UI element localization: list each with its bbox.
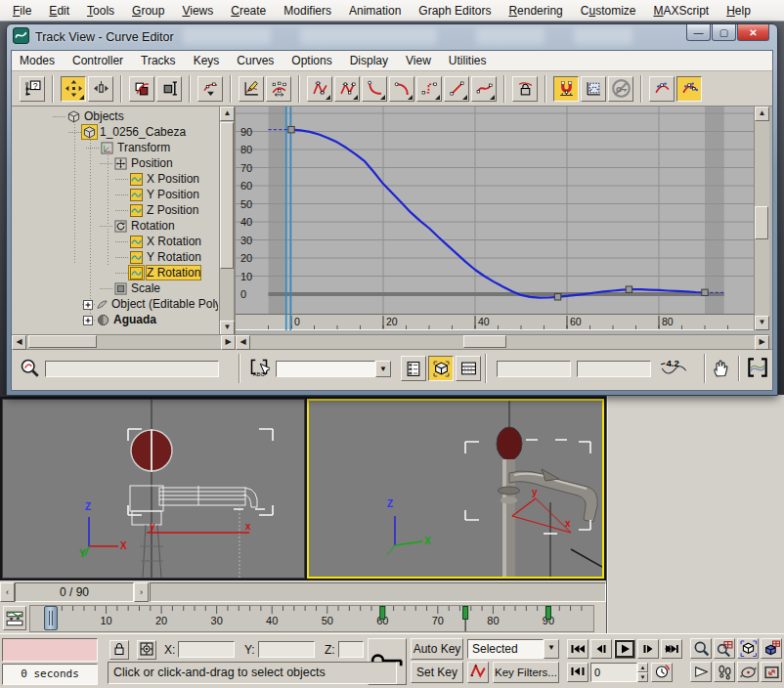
scroll-down-arrow[interactable]: ▼	[755, 316, 769, 330]
tree-item-y-rotation[interactable]: Y Rotation	[12, 249, 218, 265]
scroll-left-arrow[interactable]: ◀	[236, 335, 250, 350]
tv-menu-display[interactable]: Display	[350, 52, 398, 69]
tree-item-label[interactable]: Y Position	[147, 188, 199, 201]
graph-vertical-scrollbar[interactable]: ▲ ▼	[754, 107, 769, 330]
tree-item-position[interactable]: Position	[12, 155, 218, 171]
time-slider-track[interactable]	[150, 582, 606, 602]
tv-menu-curves[interactable]: Curves	[237, 52, 283, 69]
scroll-down-arrow[interactable]: ▼	[220, 321, 235, 335]
tree-item-scale[interactable]: Scale	[12, 280, 218, 296]
dropdown-arrow-icon[interactable]: ▼	[375, 361, 391, 377]
tree-item-label[interactable]: X Position	[147, 172, 199, 186]
set-tangents-smooth-button[interactable]	[471, 76, 497, 102]
tree-item-1-0256-cabeza[interactable]: 1_0256_Cabeza	[12, 124, 218, 140]
tree-item-y-position[interactable]: Y Position	[12, 187, 218, 202]
slide-keys-button[interactable]	[88, 76, 113, 102]
auto-key-button[interactable]: Auto Key	[411, 638, 463, 660]
reduce-keys-button[interactable]	[266, 76, 291, 102]
previous-frame-arrow-button[interactable]: ‹	[0, 582, 15, 602]
tree-item-z-position[interactable]: Z Position	[12, 202, 218, 218]
expand-plus-icon[interactable]	[83, 315, 93, 324]
selection-lock-toggle[interactable]	[109, 640, 129, 660]
scroll-up-arrow[interactable]: ▲	[220, 107, 235, 121]
expand-plus-icon[interactable]	[83, 299, 93, 309]
dropdown-arrow-icon[interactable]: ▼	[544, 639, 559, 659]
graph-horizontal-scrollbar[interactable]: ◀ ▶	[236, 334, 769, 349]
scroll-left-arrow[interactable]: ◀	[12, 335, 26, 350]
menu-animation[interactable]: Animation	[340, 2, 410, 20]
scroll-right-arrow[interactable]: ▶	[755, 335, 769, 350]
controller-tree-panel[interactable]: Objects1_0256_CabezaTransformPositionX P…	[12, 107, 236, 349]
controller-dropdown[interactable]: ▼	[276, 361, 391, 377]
key-stats-icon[interactable]: 4.2	[659, 357, 688, 381]
menu-file[interactable]: File	[4, 2, 40, 20]
key-filters-button[interactable]: Key Filters...	[493, 662, 559, 683]
frame-spinner[interactable]: ▲▼	[637, 663, 648, 682]
set-tangents-fast-button[interactable]	[362, 76, 387, 102]
orbit-button[interactable]	[737, 662, 759, 682]
tree-item-label[interactable]: X Rotation	[147, 235, 201, 248]
minimize-button[interactable]: —	[686, 24, 711, 41]
go-to-end-button[interactable]	[661, 639, 682, 659]
absolute-offset-mode-toggle[interactable]	[137, 640, 156, 660]
scale-values-button[interactable]	[156, 76, 182, 102]
pan-hand-icon[interactable]	[711, 357, 732, 381]
tree-horizontal-scrollbar[interactable]: ◀ ▶	[12, 334, 236, 349]
field-of-view-button[interactable]	[690, 662, 712, 682]
tree-item-x-position[interactable]: X Position	[12, 171, 218, 187]
zoom-selected-object-icon[interactable]	[20, 358, 39, 380]
time-slider-handle[interactable]	[44, 606, 58, 630]
key-value-field[interactable]	[577, 361, 651, 377]
tv-menu-modes[interactable]: Modes	[20, 52, 65, 69]
maxscript-mini-listener[interactable]	[2, 638, 98, 662]
next-frame-arrow-button[interactable]: ›	[134, 582, 149, 602]
time-ruler[interactable]: 020406080	[236, 314, 754, 330]
menu-modifiers[interactable]: Modifiers	[275, 2, 340, 20]
filters-button[interactable]: ?	[20, 76, 45, 102]
zoom-extents-all-button[interactable]	[761, 638, 782, 659]
open-mini-curve-editor-button[interactable]	[3, 606, 26, 630]
menu-tools[interactable]: Tools	[78, 2, 123, 20]
function-curve-graph[interactable]: 0102030405060708090	[236, 107, 754, 314]
time-configuration-button[interactable]	[651, 663, 673, 682]
key-mode-toggle-button[interactable]	[567, 663, 588, 682]
menu-edit[interactable]: Edit	[40, 2, 78, 20]
draw-curves-button[interactable]	[239, 76, 264, 102]
menu-rendering[interactable]: Rendering	[500, 2, 571, 20]
tree-item-objects[interactable]: Objects	[12, 108, 218, 124]
maximize-button[interactable]: ▢	[712, 24, 736, 41]
selection-filter-dropdown[interactable]: Selected ▼	[467, 639, 559, 659]
zoom-value-extents-icon[interactable]	[746, 357, 769, 381]
tv-menu-view[interactable]: View	[406, 52, 441, 69]
tree-item-label[interactable]: Transform	[117, 141, 170, 154]
tree-item-label[interactable]: 1_0256_Cabeza	[100, 125, 186, 139]
set-tangents-slow-button[interactable]	[389, 76, 414, 102]
tree-vertical-scrollbar[interactable]: ▲ ▼	[219, 107, 234, 335]
walk-through-button[interactable]	[714, 662, 735, 682]
play-button[interactable]	[614, 639, 635, 659]
set-key-button[interactable]: Set Key	[411, 662, 463, 683]
zoom-extents-button[interactable]	[737, 638, 759, 659]
zoom-button[interactable]	[690, 638, 712, 659]
track-view-titlebar[interactable]: Track View - Curve Editor — ▢ ✕	[7, 24, 777, 50]
tree-item-label[interactable]: Z Position	[147, 203, 198, 217]
lock-tangents-button[interactable]	[512, 76, 538, 102]
next-frame-button[interactable]	[637, 639, 659, 659]
track-set-field[interactable]	[45, 361, 219, 377]
track-view-window[interactable]: Track View - Curve Editor — ▢ ✕ ModesCon…	[6, 23, 778, 396]
tree-item-aguada[interactable]: Aguada	[12, 312, 218, 327]
set-tangents-custom-button[interactable]	[334, 76, 360, 102]
tv-menu-keys[interactable]: Keys	[194, 52, 230, 69]
menu-group[interactable]: Group	[123, 2, 173, 20]
show-all-tangents-button[interactable]	[676, 76, 702, 102]
y-coordinate-field[interactable]	[258, 641, 315, 658]
track-bar-ruler[interactable]: 102030405060708090	[29, 605, 594, 635]
tree-item-label[interactable]: Rotation	[131, 219, 175, 233]
tree-item-label[interactable]: Scale	[131, 281, 160, 295]
zoom-all-button[interactable]	[714, 638, 735, 659]
menu-views[interactable]: Views	[173, 2, 222, 20]
set-tangents-auto-button[interactable]	[307, 76, 332, 102]
tree-item-label[interactable]: Objects	[84, 109, 124, 123]
tree-item-label[interactable]: Position	[131, 156, 173, 170]
dope-grid-button[interactable]	[456, 356, 481, 381]
